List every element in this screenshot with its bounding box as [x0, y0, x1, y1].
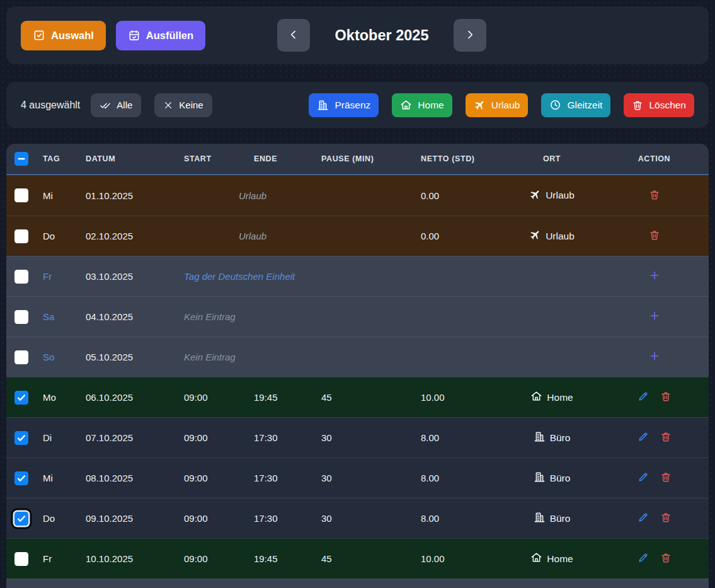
cell-netto: 0.00	[421, 190, 504, 201]
add-entry-button[interactable]	[647, 308, 662, 325]
trash-icon	[660, 391, 672, 404]
trash-icon	[660, 512, 672, 525]
cell-tag: Sa	[37, 311, 86, 322]
column-header-netto: NETTO (STD)	[421, 154, 504, 163]
cell-tag: Do	[37, 513, 86, 524]
cell-ende: 17:30	[254, 473, 321, 483]
cell-datum: 02.10.2025	[86, 231, 184, 241]
auswahl-button[interactable]: Auswahl	[21, 21, 106, 50]
cell-note: Urlaub	[184, 231, 321, 241]
cell-note: Urlaub	[184, 190, 321, 201]
calendar-check-icon	[128, 29, 140, 42]
cell-datum: 07.10.2025	[86, 432, 184, 443]
row-checkbox[interactable]	[14, 229, 28, 243]
delete-entry-button[interactable]	[659, 430, 673, 446]
edit-entry-button[interactable]	[636, 389, 650, 405]
clock-icon	[549, 99, 561, 111]
cell-note: Tag der Deutschen Einheit	[184, 271, 421, 282]
row-checkbox[interactable]	[14, 471, 28, 485]
cell-tag: Mi	[37, 190, 86, 201]
building-icon	[534, 471, 546, 485]
ort-label: Urlaub	[546, 190, 575, 201]
ort-label: Home	[547, 392, 573, 403]
cell-datum: 04.10.2025	[86, 311, 184, 322]
cell-ende: 19:45	[254, 553, 321, 564]
checkbox-check-icon	[33, 29, 45, 42]
cell-actions	[600, 470, 709, 486]
select-all-button[interactable]: Alle	[91, 93, 141, 117]
ort-label: Büro	[550, 432, 571, 444]
column-header-action: ACTION	[600, 154, 709, 163]
cell-datum: 10.10.2025	[86, 553, 184, 564]
trash-icon	[632, 100, 643, 111]
cell-netto: 10.00	[421, 553, 504, 564]
row-checkbox[interactable]	[14, 391, 28, 405]
praesenz-button[interactable]: Präsenz	[309, 93, 379, 117]
delete-entry-button[interactable]	[648, 188, 661, 204]
delete-entry-button[interactable]	[659, 389, 673, 405]
edit-entry-button[interactable]	[636, 551, 650, 567]
cell-actions	[600, 510, 709, 526]
add-entry-button[interactable]	[647, 268, 662, 285]
column-header-ende: ENDE	[254, 154, 321, 163]
cell-pause: 30	[321, 432, 421, 443]
delete-entry-button[interactable]	[659, 510, 673, 526]
cell-ort: Urlaub	[504, 188, 600, 203]
cell-datum: 01.10.2025	[86, 190, 184, 201]
gleitzeit-button[interactable]: Gleitzeit	[541, 93, 610, 117]
edit-entry-button[interactable]	[636, 430, 650, 446]
next-month-button[interactable]	[454, 19, 486, 52]
close-icon	[163, 100, 173, 110]
loeschen-button[interactable]: Löschen	[624, 93, 694, 117]
delete-entry-button[interactable]	[659, 551, 673, 567]
table-row: Do09.10.202509:0017:30308.00Büro	[6, 498, 709, 538]
row-checkbox[interactable]	[14, 188, 28, 202]
cell-netto: 0.00	[421, 231, 504, 241]
cell-pause: 30	[321, 473, 421, 483]
row-checkbox[interactable]	[14, 431, 28, 445]
column-header-datum: DATUM	[86, 154, 184, 163]
table-row: Mi08.10.202509:0017:30308.00Büro	[6, 458, 709, 498]
cell-actions	[600, 389, 709, 405]
cell-actions	[600, 188, 709, 204]
trash-icon	[660, 431, 672, 444]
gleitzeit-button-label: Gleitzeit	[567, 100, 602, 111]
edit-entry-button[interactable]	[636, 510, 650, 526]
cell-actions	[600, 268, 709, 285]
home-button[interactable]: Home	[392, 93, 452, 117]
previous-month-button[interactable]	[277, 19, 310, 52]
pencil-icon	[638, 512, 649, 525]
cell-pause: 45	[321, 392, 421, 403]
delete-entry-button[interactable]	[659, 470, 673, 486]
urlaub-button[interactable]: Urlaub	[466, 93, 529, 117]
row-checkbox[interactable]	[14, 512, 28, 526]
entries-table: TAG DATUM START ENDE PAUSE (MIN) NETTO (…	[6, 144, 709, 588]
cell-ende: 19:45	[254, 392, 321, 403]
cell-netto: 8.00	[421, 513, 504, 524]
row-checkbox[interactable]	[14, 270, 28, 284]
pencil-icon	[638, 391, 649, 404]
cell-actions	[600, 551, 709, 567]
select-all-checkbox[interactable]	[14, 152, 28, 166]
cell-actions	[600, 349, 709, 366]
cell-netto: 10.00	[421, 392, 504, 403]
ausfuellen-button[interactable]: Ausfüllen	[116, 21, 205, 50]
column-header-ort: ORT	[504, 154, 600, 163]
add-entry-button[interactable]	[647, 349, 662, 366]
time-tracking-page: Auswahl Ausfüllen Oktober 2025 4 ausgewä…	[0, 0, 715, 588]
delete-entry-button[interactable]	[648, 228, 661, 244]
edit-entry-button[interactable]	[636, 470, 650, 486]
row-checkbox[interactable]	[14, 350, 28, 364]
cell-ort: Büro	[504, 511, 600, 526]
header-bar: Auswahl Ausfüllen Oktober 2025	[6, 6, 709, 64]
cell-tag: Di	[37, 432, 86, 443]
row-checkbox[interactable]	[14, 310, 28, 324]
select-none-button[interactable]: Keine	[154, 93, 212, 117]
plane-icon	[529, 229, 541, 243]
row-checkbox[interactable]	[14, 552, 28, 566]
pencil-icon	[638, 471, 649, 485]
cell-ort: Home	[504, 390, 600, 405]
urlaub-button-label: Urlaub	[491, 100, 520, 111]
cell-ende: 17:30	[254, 513, 321, 524]
trash-icon	[649, 229, 660, 243]
